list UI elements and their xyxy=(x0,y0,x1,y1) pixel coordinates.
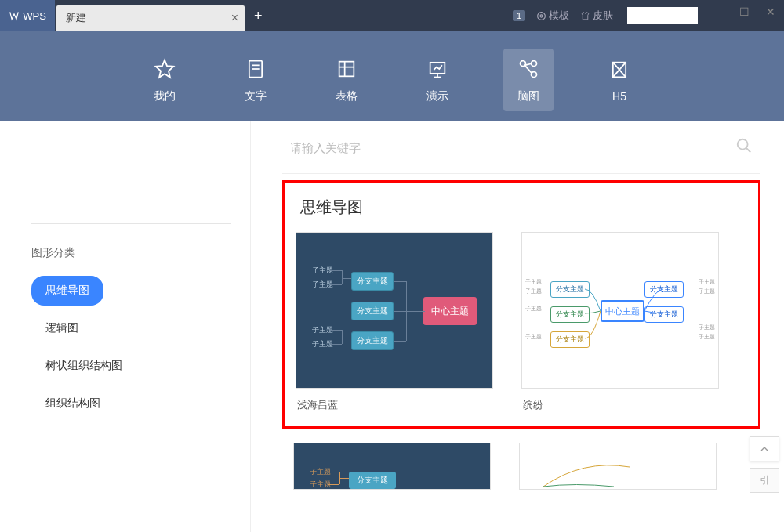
sidebar-divider xyxy=(31,223,231,224)
sidebar-title: 图形分类 xyxy=(31,246,231,260)
notification-badge[interactable]: 1 xyxy=(513,10,525,21)
new-tab-button[interactable]: + xyxy=(254,8,263,24)
document-icon xyxy=(243,56,268,81)
minimize-button[interactable]: — xyxy=(704,0,731,24)
skin-icon xyxy=(580,11,590,21)
search-input[interactable] xyxy=(290,141,735,154)
mm-branch-node: 分支主题 xyxy=(550,281,590,298)
tool-sheet[interactable]: 表格 xyxy=(321,49,372,111)
templates-link[interactable]: 模板 xyxy=(536,9,569,23)
brand-text: WPS xyxy=(23,10,46,22)
mindmap-icon xyxy=(516,56,541,81)
mm-branch-node: 分支主题 xyxy=(644,306,684,323)
mm-sub-node: 子主题 xyxy=(699,333,715,341)
highlighted-section: 思维导图 中心主题 分支主题 分支主题 分支主题 子主题 子主题 子主题 子主题 xyxy=(282,180,760,429)
mm-branch-node: 分支主题 xyxy=(644,281,684,298)
search-bar xyxy=(282,121,760,174)
tool-my[interactable]: 我的 xyxy=(140,49,190,111)
mm-sub-node: 子主题 xyxy=(699,324,715,331)
tool-mindmap[interactable]: 脑图 xyxy=(503,49,554,111)
main-area: 图形分类 思维导图 逻辑图 树状组织结构图 组织结构图 思维导图 中心主题 分支… xyxy=(0,121,784,532)
more-templates-row: 子主题 子主题 分支主题 xyxy=(282,443,760,490)
close-tab-icon[interactable]: × xyxy=(231,11,238,25)
chevron-up-icon xyxy=(758,443,771,455)
template-label-2: 缤纷 xyxy=(521,398,719,412)
maximize-button[interactable]: ☐ xyxy=(731,0,757,24)
sidebar-item-org[interactable]: 组织结构图 xyxy=(31,389,114,418)
template-thumbnail-2: 中心主题 分支主题 分支主题 分支主题 分支主题 分支主题 子主题 子主题 子主… xyxy=(521,232,719,389)
svg-point-0 xyxy=(538,12,546,20)
mm-branch-node: 分支主题 xyxy=(550,331,590,348)
title-search-box[interactable] xyxy=(627,7,698,24)
tool-presentation[interactable]: 演示 xyxy=(412,49,463,111)
category-toolbar: 我的 文字 表格 演示 脑图 H5 xyxy=(0,31,784,121)
sidebar: 图形分类 思维导图 逻辑图 树状组织结构图 组织结构图 xyxy=(0,121,251,532)
mm-sub-node: 子主题 xyxy=(310,480,331,490)
mm-sub-node: 子主题 xyxy=(525,278,542,286)
table-icon xyxy=(334,56,359,81)
wps-logo-icon xyxy=(9,10,20,21)
template-card-2[interactable]: 中心主题 分支主题 分支主题 分支主题 分支主题 分支主题 子主题 子主题 子主… xyxy=(521,232,719,412)
search-icon[interactable] xyxy=(735,137,753,157)
mm-sub-node: 子主题 xyxy=(312,266,333,276)
svg-rect-5 xyxy=(339,61,354,76)
skin-link[interactable]: 皮肤 xyxy=(580,9,613,23)
mm-sub-node: 子主题 xyxy=(312,325,333,335)
scroll-to-top-button[interactable] xyxy=(750,436,779,461)
sidebar-item-mindmap[interactable]: 思维导图 xyxy=(31,276,103,306)
svg-line-20 xyxy=(746,148,751,153)
sidebar-item-tree-org[interactable]: 树状组织结构图 xyxy=(31,351,136,381)
mm-sub-node: 子主题 xyxy=(699,278,715,286)
sidebar-item-logic[interactable]: 逻辑图 xyxy=(31,313,93,343)
window-controls: — ☐ ✕ xyxy=(704,0,784,24)
mm-sub-node: 子主题 xyxy=(699,288,715,295)
mm-branch-node: 分支主题 xyxy=(550,306,590,323)
section-title: 思维导图 xyxy=(296,197,747,218)
svg-point-1 xyxy=(540,14,543,16)
mm-curve xyxy=(520,443,717,490)
presentation-icon xyxy=(425,56,450,81)
template-thumbnail-3[interactable]: 子主题 子主题 分支主题 xyxy=(293,443,491,490)
mm-center-node: 中心主题 xyxy=(601,300,644,322)
h5-icon xyxy=(607,57,632,82)
template-thumbnail-1: 中心主题 分支主题 分支主题 分支主题 子主题 子主题 子主题 子主题 xyxy=(296,232,493,389)
tab-label: 新建 xyxy=(66,11,86,25)
template-icon xyxy=(536,11,546,21)
template-cards: 中心主题 分支主题 分支主题 分支主题 子主题 子主题 子主题 子主题 xyxy=(296,232,747,412)
tool-text[interactable]: 文字 xyxy=(230,49,281,111)
mm-sub-node: 子主题 xyxy=(525,305,542,313)
wps-brand: WPS xyxy=(0,0,55,31)
tool-h5[interactable]: H5 xyxy=(594,49,644,110)
title-right-group: 1 模板 皮肤 xyxy=(513,0,698,31)
star-icon xyxy=(152,56,177,81)
mm-sub-node: 子主题 xyxy=(525,333,542,341)
side-float-button[interactable]: 引 xyxy=(750,468,779,493)
template-thumbnail-4[interactable] xyxy=(519,443,717,490)
mm-sub-node: 子主题 xyxy=(525,288,542,295)
mm-branch-node: 分支主题 xyxy=(351,302,394,320)
mm-sub-node: 子主题 xyxy=(312,339,333,349)
mm-center-node: 中心主题 xyxy=(423,297,477,325)
mm-branch-node: 分支主题 xyxy=(349,472,396,489)
template-card-1[interactable]: 中心主题 分支主题 分支主题 分支主题 子主题 子主题 子主题 子主题 xyxy=(296,232,493,412)
svg-line-15 xyxy=(524,65,532,74)
active-tab[interactable]: 新建 × xyxy=(56,5,245,31)
mm-sub-node: 子主题 xyxy=(312,280,333,290)
title-bar: WPS 新建 × + 1 模板 皮肤 — ☐ ✕ xyxy=(0,0,784,31)
template-label-1: 浅海昌蓝 xyxy=(296,398,493,412)
svg-point-19 xyxy=(738,139,748,150)
close-window-button[interactable]: ✕ xyxy=(757,0,784,24)
mm-branch-node: 分支主题 xyxy=(351,331,394,350)
mm-sub-node: 子主题 xyxy=(310,467,331,477)
mm-branch-node: 分支主题 xyxy=(351,272,394,291)
content-area: 思维导图 中心主题 分支主题 分支主题 分支主题 子主题 子主题 子主题 子主题 xyxy=(251,121,784,532)
